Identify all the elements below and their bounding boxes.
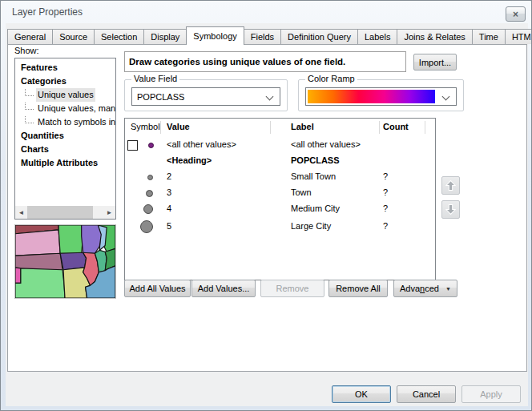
tree-item-match-to-symbols[interactable]: Match to symbols in a	[15, 115, 115, 129]
all-other-values-checkbox[interactable]	[127, 140, 138, 151]
value-field-selected-value: POPCLASS	[132, 92, 184, 102]
tab-labels[interactable]: Labels	[357, 29, 397, 44]
value-field-dropdown[interactable]: POPCLASS	[131, 87, 280, 106]
tab-general[interactable]: General	[7, 29, 53, 44]
tab-definition-query[interactable]: Definition Query	[280, 29, 358, 44]
color-ramp-group-label: Color Ramp	[305, 74, 357, 83]
column-header-symbol[interactable]: Symbol	[131, 122, 160, 131]
import-button[interactable]: Import...	[413, 54, 457, 71]
column-header-label[interactable]: Label	[291, 122, 314, 131]
graduated-circle-icon[interactable]	[143, 204, 153, 214]
tab-strip: General Source Selection Display Symbolo…	[7, 26, 532, 44]
scroll-right-icon[interactable]: ►	[103, 206, 115, 219]
table-row-value-4[interactable]: 4 Medium City ?	[125, 201, 433, 217]
graduated-circle-icon[interactable]	[147, 175, 153, 180]
arrow-down-icon	[444, 203, 457, 216]
remove-button[interactable]: Remove	[260, 280, 324, 297]
method-description: Draw categories using unique values of o…	[124, 51, 406, 72]
symbology-preview-map	[14, 224, 116, 299]
tab-joins-relates[interactable]: Joins & Relates	[397, 29, 472, 44]
tree-item-unique-values-many[interactable]: Unique values, many	[15, 102, 115, 115]
table-row-value-3[interactable]: 3 Town ?	[125, 185, 433, 201]
close-button[interactable]: ×	[506, 6, 526, 22]
add-all-values-button[interactable]: Add All Values	[124, 280, 191, 297]
tab-display[interactable]: Display	[143, 29, 187, 44]
apply-button[interactable]: Apply	[461, 385, 521, 403]
tree-item-features[interactable]: Features	[15, 61, 115, 75]
tab-fields[interactable]: Fields	[244, 29, 281, 44]
tree-item-multiple-attributes[interactable]: Multiple Attributes	[15, 156, 115, 170]
close-icon: ×	[513, 10, 518, 19]
show-tree: Features Categories Unique values Unique…	[14, 58, 116, 220]
column-header-value[interactable]: Value	[167, 122, 190, 131]
graduated-circle-icon[interactable]	[146, 190, 153, 197]
tree-horizontal-scrollbar[interactable]: ◄ ►	[15, 206, 115, 219]
remove-all-button[interactable]: Remove All	[328, 280, 388, 297]
value-field-group-label: Value Field	[131, 74, 179, 83]
tree-item-unique-values[interactable]: Unique values	[15, 88, 115, 102]
tab-source[interactable]: Source	[52, 29, 95, 44]
table-row-heading[interactable]: <Heading> POPCLASS	[125, 153, 433, 169]
arrow-up-icon	[444, 179, 457, 192]
cancel-button[interactable]: Cancel	[397, 385, 456, 403]
column-header-count[interactable]: Count	[383, 122, 409, 131]
color-ramp-gradient	[308, 90, 435, 103]
tree-item-quantities[interactable]: Quantities	[15, 129, 115, 143]
chevron-down-icon	[442, 93, 450, 101]
ok-button[interactable]: OK	[332, 385, 391, 403]
move-down-button[interactable]	[441, 200, 460, 219]
color-ramp-group: Color Ramp	[298, 79, 464, 111]
layer-properties-dialog: Layer Properties × General Source Select…	[0, 0, 532, 411]
show-label: Show:	[14, 46, 39, 55]
tree-branch-icon	[25, 115, 34, 123]
dialog-title: Layer Properties	[12, 6, 83, 18]
chevron-down-icon	[266, 93, 274, 101]
table-row-value-2[interactable]: 2 Small Town ?	[125, 169, 433, 185]
tree-branch-icon	[25, 88, 34, 96]
tree-item-charts[interactable]: Charts	[15, 143, 115, 156]
point-symbol-icon[interactable]	[148, 143, 154, 148]
tab-selection[interactable]: Selection	[94, 29, 144, 44]
add-values-button[interactable]: Add Values...	[191, 280, 256, 297]
scroll-left-icon[interactable]: ◄	[15, 206, 27, 219]
categories-table: Symbol Value Label Count <all other valu…	[124, 118, 436, 280]
tab-time[interactable]: Time	[472, 29, 506, 44]
tab-html-popup[interactable]: HTML Popup	[505, 29, 532, 44]
categories-table-header: Symbol Value Label Count	[125, 119, 435, 136]
table-row-value-5[interactable]: 5 Large City ?	[125, 217, 433, 236]
graduated-circle-icon[interactable]	[140, 220, 153, 233]
symbology-tab-page: Show: Features Categories Unique values …	[7, 44, 527, 372]
tab-symbology[interactable]: Symbology	[186, 26, 244, 45]
tree-item-categories[interactable]: Categories	[15, 75, 115, 88]
advanced-button[interactable]: Advanced ▼	[393, 280, 457, 297]
advanced-button-label: Advanced	[400, 284, 439, 293]
dropdown-arrow-icon: ▼	[445, 286, 451, 292]
color-ramp-dropdown[interactable]	[305, 87, 457, 106]
scrollbar-thumb[interactable]	[27, 206, 93, 219]
value-field-group: Value Field POPCLASS	[124, 79, 288, 111]
move-up-button[interactable]	[441, 176, 460, 195]
tree-branch-icon	[25, 102, 34, 110]
table-row-all-other-values[interactable]: <all other values> <all other values>	[125, 137, 433, 153]
